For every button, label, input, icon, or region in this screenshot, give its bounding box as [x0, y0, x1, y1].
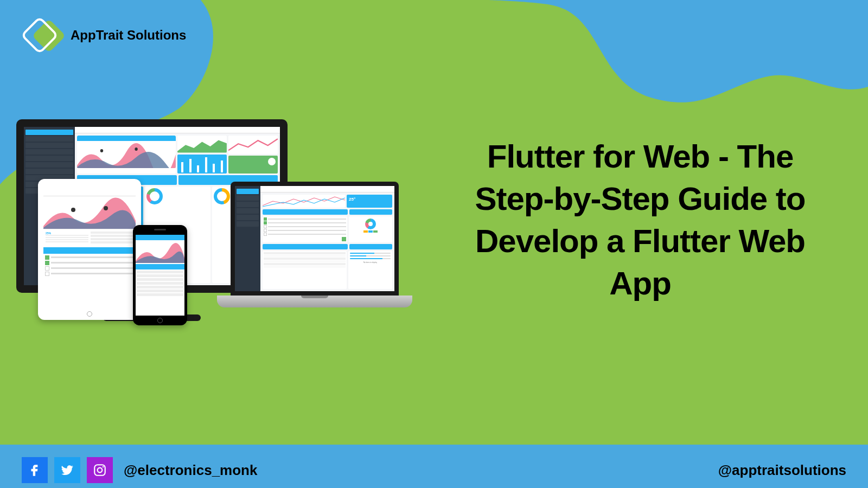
left-handle: @electronics_monk	[124, 462, 257, 479]
laptop-sidebar	[235, 186, 260, 291]
tablet-mockup: 25%	[38, 179, 141, 320]
svg-point-6	[103, 466, 104, 468]
page-title: Flutter for Web - The Step-by-Step Guide…	[456, 136, 825, 305]
svg-point-2	[71, 208, 75, 212]
svg-point-1	[135, 147, 138, 151]
svg-point-3	[104, 206, 108, 210]
footer: @electronics_monk @apptraitsolutions	[0, 452, 868, 488]
brand-name: AppTrait Solutions	[71, 28, 186, 43]
laptop-topbar	[260, 186, 394, 192]
laptop-mockup: 25°	[217, 182, 412, 307]
facebook-icon[interactable]	[22, 457, 48, 483]
weather-card: 25°	[347, 195, 392, 208]
logo	[22, 16, 60, 54]
svg-point-5	[98, 468, 103, 473]
phone-mockup	[133, 225, 187, 325]
header: AppTrait Solutions	[22, 16, 186, 54]
device-mockups: 25%	[16, 119, 407, 347]
monitor-topbar	[75, 127, 280, 133]
right-handle: @apptraitsolutions	[718, 462, 846, 479]
twitter-icon[interactable]	[54, 457, 80, 483]
instagram-icon[interactable]	[87, 457, 113, 483]
svg-point-0	[100, 149, 103, 152]
